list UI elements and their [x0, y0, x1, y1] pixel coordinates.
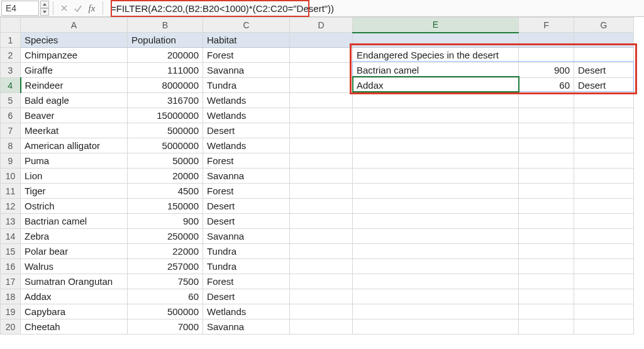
cell[interactable]: Bactrian camel [21, 214, 128, 229]
cell[interactable] [290, 108, 353, 123]
cancel-icon[interactable] [57, 1, 71, 15]
cell[interactable]: Tiger [21, 184, 128, 199]
cell[interactable] [519, 229, 574, 244]
cell[interactable]: Desert [203, 123, 290, 138]
cell[interactable]: 8000000 [128, 78, 203, 93]
cell[interactable] [574, 184, 634, 199]
cell[interactable]: 150000 [128, 199, 203, 214]
cell[interactable]: Savanna [203, 63, 290, 78]
cell[interactable]: 250000 [128, 229, 203, 244]
row-header-3[interactable]: 3 [1, 63, 21, 78]
cell[interactable] [290, 274, 353, 289]
cell[interactable] [290, 199, 353, 214]
name-box[interactable]: E4 [1, 1, 39, 16]
row-header-5[interactable]: 5 [1, 93, 21, 108]
cell[interactable] [353, 169, 519, 184]
cell[interactable]: Desert [203, 289, 290, 304]
cell[interactable]: Giraffe [21, 63, 128, 78]
cell[interactable]: 15000000 [128, 108, 203, 123]
cell-D1[interactable] [290, 33, 353, 48]
cell[interactable] [519, 184, 574, 199]
cell[interactable]: 7500 [128, 274, 203, 289]
cell[interactable] [574, 289, 634, 304]
cell[interactable]: Desert [203, 199, 290, 214]
cell[interactable] [519, 153, 574, 169]
cell[interactable] [353, 93, 519, 108]
cell-C1[interactable]: Habitat [203, 33, 290, 48]
cell[interactable]: Wetlands [203, 138, 290, 153]
cell[interactable] [353, 153, 519, 169]
cell[interactable] [574, 123, 634, 138]
cell[interactable]: 4500 [128, 184, 203, 199]
name-box-spinner[interactable] [40, 1, 49, 16]
cell[interactable]: 50000 [128, 153, 203, 169]
cell[interactable] [574, 153, 634, 169]
cell[interactable]: 5000000 [128, 138, 203, 153]
cell-result-title[interactable]: Endangered Species in the desert [353, 48, 519, 63]
cell[interactable] [519, 138, 574, 153]
cell-A1[interactable]: Species [21, 33, 128, 48]
enter-icon[interactable] [71, 1, 85, 15]
cell[interactable]: Sumatran Orangutan [21, 274, 128, 289]
cell[interactable]: 111000 [128, 63, 203, 78]
cell[interactable] [574, 199, 634, 214]
cell[interactable] [290, 93, 353, 108]
row-header-14[interactable]: 14 [1, 229, 21, 244]
col-header-F[interactable]: F [519, 18, 574, 33]
cell[interactable] [353, 184, 519, 199]
cell[interactable]: Savanna [203, 229, 290, 244]
cell[interactable]: Chimpanzee [21, 48, 128, 63]
cell[interactable] [290, 153, 353, 169]
cell[interactable]: Beaver [21, 108, 128, 123]
col-header-C[interactable]: C [203, 18, 290, 33]
cell[interactable] [574, 93, 634, 108]
cell-F1[interactable] [519, 33, 574, 48]
cell[interactable] [519, 289, 574, 304]
cell[interactable] [290, 304, 353, 319]
col-header-B[interactable]: B [128, 18, 203, 33]
cell-E1[interactable] [353, 33, 519, 48]
cell[interactable]: 500000 [128, 123, 203, 138]
cell[interactable]: Zebra [21, 229, 128, 244]
cell[interactable]: 900 [128, 214, 203, 229]
cell[interactable] [519, 304, 574, 319]
cell[interactable] [353, 123, 519, 138]
cell[interactable]: Puma [21, 153, 128, 169]
row-header-10[interactable]: 10 [1, 169, 21, 184]
cell[interactable] [290, 244, 353, 259]
cell[interactable]: Savanna [203, 319, 290, 335]
cell[interactable]: Capybara [21, 304, 128, 319]
cell[interactable] [290, 123, 353, 138]
cell[interactable] [290, 184, 353, 199]
cell[interactable]: American alligator [21, 138, 128, 153]
cell[interactable] [519, 48, 574, 63]
cell[interactable]: Wetlands [203, 304, 290, 319]
cell[interactable]: Tundra [203, 78, 290, 93]
cell[interactable] [574, 138, 634, 153]
cell[interactable]: Bactrian camel [353, 63, 519, 78]
col-header-A[interactable]: A [21, 18, 128, 33]
cell[interactable] [290, 48, 353, 63]
cell[interactable] [574, 244, 634, 259]
cell[interactable] [290, 229, 353, 244]
row-header-1[interactable]: 1 [1, 33, 21, 48]
col-header-D[interactable]: D [290, 18, 353, 33]
cell[interactable]: Addax [21, 289, 128, 304]
cell[interactable] [353, 289, 519, 304]
cell[interactable] [574, 169, 634, 184]
cell[interactable]: Forest [203, 274, 290, 289]
row-header-7[interactable]: 7 [1, 123, 21, 138]
row-header-8[interactable]: 8 [1, 138, 21, 153]
cell[interactable] [290, 169, 353, 184]
cell[interactable]: Meerkat [21, 123, 128, 138]
row-header-2[interactable]: 2 [1, 48, 21, 63]
row-header-13[interactable]: 13 [1, 214, 21, 229]
cell[interactable]: Wetlands [203, 93, 290, 108]
cell-active[interactable]: Addax [353, 78, 519, 93]
cell[interactable] [353, 274, 519, 289]
col-header-G[interactable]: G [574, 18, 634, 33]
cell[interactable] [353, 229, 519, 244]
cell[interactable] [519, 244, 574, 259]
cell[interactable]: Savanna [203, 169, 290, 184]
row-header-6[interactable]: 6 [1, 108, 21, 123]
